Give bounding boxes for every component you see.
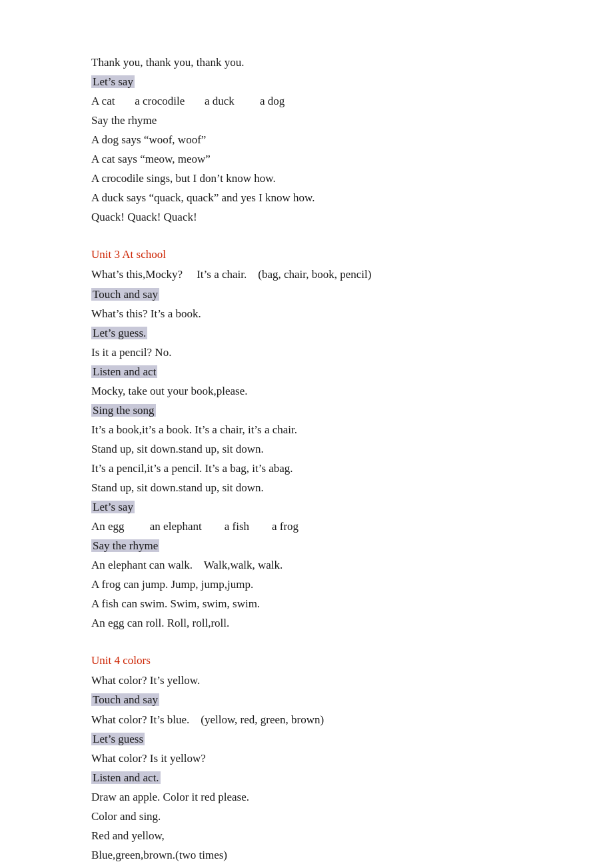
line-touch-say-1: Touch and say xyxy=(91,285,522,304)
line-animals: A cat a crocodile a duck a dog xyxy=(91,92,522,111)
line-red-yellow: Red and yellow, xyxy=(91,827,522,845)
highlight-listen-act-2: Listen and act. xyxy=(91,771,161,784)
line-is-it-pencil: Is it a pencil? No. xyxy=(91,343,522,362)
line-elephant-walk: An elephant can walk. Walk,walk, walk. xyxy=(91,556,522,575)
line-lets-say-1: Let’s say xyxy=(91,73,522,91)
line-its-a-pencil: It’s a pencil,it’s a pencil. It’s a bag,… xyxy=(91,459,522,478)
line-quack: Quack! Quack! Quack! xyxy=(91,208,522,227)
intro-section: Thank you, thank you, thank you. Let’s s… xyxy=(91,53,522,227)
line-sing-the-song-1: Sing the song xyxy=(91,401,522,420)
unit3-section: Unit 3 At school What’s this,Mocky? It’s… xyxy=(91,245,522,633)
line-draw-apple: Draw an apple. Color it red please. xyxy=(91,788,522,807)
line-1: Thank you, thank you, thank you. xyxy=(91,53,522,72)
line-croc-sings: A crocodile sings, but I don’t know how. xyxy=(91,169,522,188)
line-lets-say-3: Let’s say xyxy=(91,865,522,868)
line-dog-says: A dog says “woof, woof” xyxy=(91,131,522,149)
line-fish-swim: A fish can swim. Swim, swim, swim. xyxy=(91,595,522,613)
document-content: Thank you, thank you, thank you. Let’s s… xyxy=(91,53,522,868)
line-say-rhyme-1: Say the rhyme xyxy=(91,111,522,130)
line-whats-this-book: What’s this? It’s a book. xyxy=(91,305,522,323)
line-is-it-yellow: What color? Is it yellow? xyxy=(91,749,522,768)
line-egg-elephant: An egg an elephant a fish a frog xyxy=(91,517,522,536)
highlight-lets-guess-1: Let’s guess. xyxy=(91,327,147,339)
highlight-lets-say-2: Let’s say xyxy=(91,501,135,513)
line-egg-roll: An egg can roll. Roll, roll,roll. xyxy=(91,614,522,633)
highlight-sing-song-1: Sing the song xyxy=(91,404,156,417)
highlight-touch-say-1: Touch and say xyxy=(91,288,159,301)
line-lets-guess-1: Let’s guess. xyxy=(91,324,522,343)
line-its-a-book: It’s a book,it’s a book. It’s a chair, i… xyxy=(91,421,522,439)
line-duck-says: A duck says “quack, quack” and yes I kno… xyxy=(91,189,522,207)
line-blue-green-brown: Blue,green,brown.(two times) xyxy=(91,846,522,865)
unit4-section: Unit 4 colors What color? It’s yellow. T… xyxy=(91,651,522,868)
highlight-touch-say-2: Touch and say xyxy=(91,693,159,706)
unit4-title: Unit 4 colors xyxy=(91,651,522,670)
highlight-listen-act-1: Listen and act xyxy=(91,365,157,378)
line-whats-this: What’s this,Mocky? It’s a chair. (bag, c… xyxy=(91,265,522,284)
line-listen-act-2: Listen and act. xyxy=(91,769,522,787)
line-stand-up-2: Stand up, sit down.stand up, sit down. xyxy=(91,479,522,497)
line-what-color-yellow: What color? It’s yellow. xyxy=(91,671,522,690)
line-lets-guess-2: Let’s guess xyxy=(91,730,522,749)
unit3-title: Unit 3 At school xyxy=(91,245,522,264)
highlight-lets-guess-2: Let’s guess xyxy=(91,733,145,745)
line-cat-says: A cat says “meow, meow” xyxy=(91,150,522,169)
line-what-color-blue: What color? It’s blue. (yellow, red, gre… xyxy=(91,711,522,729)
line-frog-jump: A frog can jump. Jump, jump,jump. xyxy=(91,575,522,594)
line-stand-up-1: Stand up, sit down.stand up, sit down. xyxy=(91,440,522,459)
line-touch-say-2: Touch and say xyxy=(91,691,522,709)
line-color-and-sing: Color and sing. xyxy=(91,807,522,826)
line-say-the-rhyme-2: Say the rhyme xyxy=(91,537,522,555)
highlight-lets-say-1: Let’s say xyxy=(91,75,135,88)
line-lets-say-2: Let’s say xyxy=(91,498,522,517)
line-mocky-take-out: Mocky, take out your book,please. xyxy=(91,382,522,401)
line-listen-act-1: Listen and act xyxy=(91,363,522,381)
highlight-say-rhyme-2: Say the rhyme xyxy=(91,539,159,552)
